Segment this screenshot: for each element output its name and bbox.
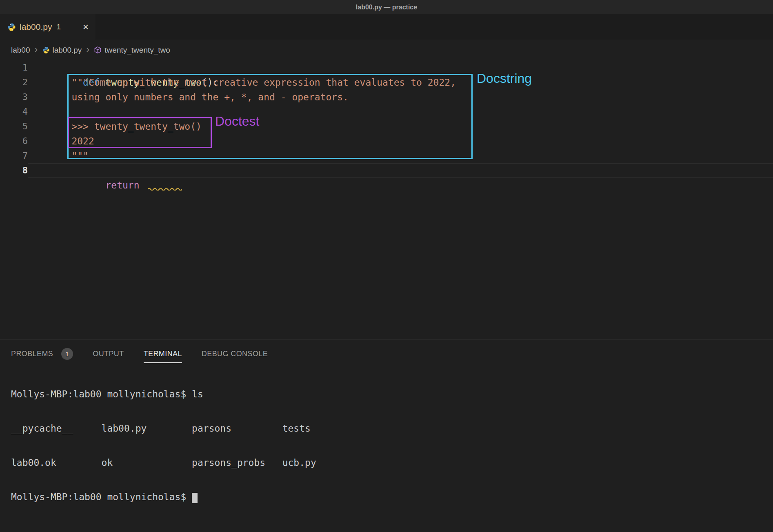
panel-tab-label: OUTPUT bbox=[93, 350, 124, 358]
code-token bbox=[83, 180, 105, 191]
line-number: 2 bbox=[0, 75, 28, 90]
line-number: 5 bbox=[0, 119, 28, 134]
breadcrumb-label: twenty_twenty_two bbox=[104, 46, 170, 55]
code-token: return bbox=[105, 180, 139, 191]
tab-output[interactable]: OUTPUT bbox=[93, 345, 124, 363]
code-token: 2022 bbox=[49, 136, 94, 146]
line-number: 3 bbox=[0, 90, 28, 104]
line-number: 8 bbox=[0, 163, 28, 178]
code-line-active[interactable]: 8 return bbox=[0, 163, 773, 178]
line-number: 7 bbox=[0, 149, 28, 163]
code-line[interactable]: 7 """ bbox=[0, 149, 773, 163]
line-number: 1 bbox=[0, 60, 28, 75]
code-token: using only numbers and the +, *, and - o… bbox=[49, 92, 349, 102]
docstring-annotation-label: Docstring bbox=[477, 71, 532, 86]
editor-tab-bar: lab00.py 1 ✕ bbox=[0, 14, 773, 40]
code-token: """Come up with the most creative expres… bbox=[49, 77, 456, 88]
code-token: >>> twenty_twenty_two() bbox=[49, 121, 202, 132]
bottom-panel: PROBLEMS 1 OUTPUT TERMINAL DEBUG CONSOLE… bbox=[0, 339, 773, 532]
terminal-line: __pycache__ lab00.py parsons tests bbox=[11, 423, 773, 434]
line-number: 4 bbox=[0, 104, 28, 119]
window-titlebar: lab00.py — practice bbox=[0, 0, 773, 14]
breadcrumb-item-symbol[interactable]: twenty_twenty_two bbox=[94, 46, 170, 55]
panel-tab-label: PROBLEMS bbox=[11, 350, 53, 358]
tab-problem-count: 1 bbox=[56, 22, 61, 31]
code-token: """ bbox=[49, 151, 89, 161]
code-line[interactable]: 1 def twenty_twenty_two(): bbox=[0, 60, 773, 75]
tab-label: lab00.py bbox=[20, 22, 52, 32]
panel-tab-label: DEBUG CONSOLE bbox=[202, 350, 268, 358]
terminal-line: Mollys-MBP:lab00 mollynicholas$ ls bbox=[11, 388, 773, 400]
panel-tab-label: TERMINAL bbox=[144, 350, 182, 358]
code-line[interactable]: 6 2022 bbox=[0, 134, 773, 149]
chevron-right-icon: › bbox=[85, 44, 90, 56]
terminal-line: Mollys-MBP:lab00 mollynicholas$ bbox=[11, 491, 773, 503]
tab-terminal[interactable]: TERMINAL bbox=[144, 345, 182, 363]
terminal-output[interactable]: Mollys-MBP:lab00 mollynicholas$ ls __pyc… bbox=[0, 366, 773, 525]
tab-debug-console[interactable]: DEBUG CONSOLE bbox=[202, 345, 268, 363]
line-number: 6 bbox=[0, 134, 28, 149]
code-line[interactable]: 3 using only numbers and the +, *, and -… bbox=[0, 90, 773, 104]
tab-lab00py[interactable]: lab00.py 1 ✕ bbox=[0, 14, 95, 40]
window-title: lab00.py — practice bbox=[356, 4, 417, 11]
panel-tab-bar: PROBLEMS 1 OUTPUT TERMINAL DEBUG CONSOLE bbox=[0, 339, 773, 363]
problems-count-badge: 1 bbox=[61, 348, 73, 360]
code-line[interactable]: 2 """Come up with the most creative expr… bbox=[0, 75, 773, 90]
doctest-annotation-label: Doctest bbox=[215, 114, 259, 129]
code-editor[interactable]: 1 def twenty_twenty_two(): 2 """Come up … bbox=[0, 60, 773, 339]
code-line[interactable]: 4 bbox=[0, 104, 773, 119]
warning-squiggle-icon bbox=[148, 187, 182, 191]
breadcrumb-label: lab00 bbox=[11, 46, 30, 55]
breadcrumb-label: lab00.py bbox=[53, 46, 82, 55]
breadcrumb-item-file[interactable]: lab00.py bbox=[42, 46, 82, 55]
terminal-line: lab00.ok ok parsons_probs ucb.py bbox=[11, 457, 773, 468]
breadcrumb-item-folder[interactable]: lab00 bbox=[11, 46, 30, 55]
symbol-cube-icon bbox=[94, 46, 102, 54]
breadcrumb: lab00 › lab00.py › twenty_twenty_two bbox=[0, 40, 773, 60]
chevron-right-icon: › bbox=[34, 44, 39, 56]
terminal-cursor bbox=[192, 493, 198, 503]
python-icon bbox=[42, 47, 50, 54]
tab-problems[interactable]: PROBLEMS 1 bbox=[11, 345, 73, 363]
code-line[interactable]: 5 >>> twenty_twenty_two() bbox=[0, 119, 773, 134]
close-icon[interactable]: ✕ bbox=[82, 22, 89, 32]
python-icon bbox=[7, 23, 16, 31]
